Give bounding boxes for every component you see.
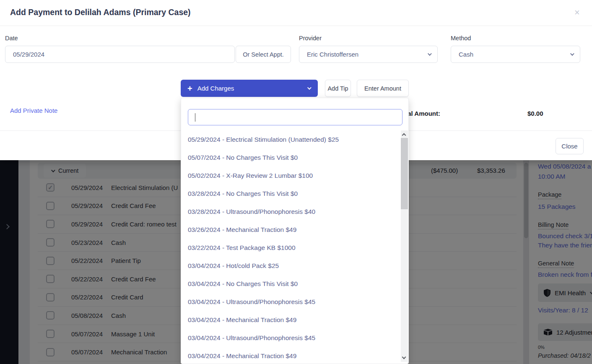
add-tip-button[interactable]: Add Tip [325,80,351,97]
charge-option[interactable]: 03/22/2024 - Test Package KB $1000 [181,239,401,257]
dropdown-scrollbar[interactable] [401,130,408,362]
charge-option[interactable]: 03/28/2024 - Ultrasound/Phonophoresis $4… [181,203,401,221]
scroll-down-icon[interactable] [402,355,406,359]
add-charges-button[interactable]: + Add Charges [181,80,318,97]
date-label: Date [5,35,18,42]
charge-option[interactable]: 03/04/2024 - No Charges This Visit $0 [181,275,401,293]
provider-select[interactable]: Eric Christoffersen [299,46,438,63]
header-divider [0,26,592,26]
add-private-note-link[interactable]: Add Private Note [10,107,57,114]
dropdown-scrollbar-thumb[interactable] [401,138,408,209]
chevron-down-icon [307,86,312,90]
charges-dropdown: 05/29/2024 - Electrical Stimulation (Una… [181,98,409,364]
charge-option[interactable]: 03/26/2024 - Mechanical Traction $49 [181,221,401,239]
charges-search-input[interactable] [188,109,402,125]
charge-option[interactable]: 05/07/2024 - No Charges This Visit $0 [181,148,401,166]
charge-option[interactable]: 03/04/2024 - Ultrasound/Phonophoresis $4… [181,293,401,311]
close-icon[interactable]: × [574,8,580,17]
charge-option[interactable]: 05/02/2024 - X-Ray Review 2 Lumbar $100 [181,166,401,185]
total-amount-value: $0.00 [527,110,543,117]
app-root: Current ($475.00) $3,353.26 ✓ 05/29/2024… [0,0,592,364]
charge-option[interactable]: 03/04/2024 - Mechanical Traction $49 [181,311,401,329]
charges-list: 05/29/2024 - Electrical Stimulation (Una… [181,130,401,364]
plus-icon: + [187,84,192,93]
method-select[interactable]: Cash [451,46,580,63]
close-button[interactable]: Close [556,138,584,154]
scroll-up-icon[interactable] [402,133,406,138]
method-label: Method [451,35,471,42]
chevron-down-icon [570,52,574,56]
enter-amount-button[interactable]: Enter Amount [357,80,409,97]
charge-option[interactable]: 03/04/2024 - Hot/cold Pack $25 [181,257,401,275]
charge-option[interactable]: 03/28/2024 - No Charges This Visit $0 [181,185,401,203]
charge-option[interactable]: 05/29/2024 - Electrical Stimulation (Una… [181,130,401,148]
date-input[interactable]: 05/29/2024 [5,46,235,63]
modal-title: Add Payment to Delilah Adams (Primary Ca… [10,8,191,17]
charge-option[interactable]: 03/04/2024 - Ultrasound/Phonophoresis $4… [181,329,401,347]
charge-option[interactable]: 03/04/2024 - Mechanical Traction $49 [181,347,401,364]
provider-label: Provider [299,35,322,42]
text-caret [195,113,195,122]
select-appt-button[interactable]: Or Select Appt. [236,46,291,63]
chevron-down-icon [428,52,432,56]
